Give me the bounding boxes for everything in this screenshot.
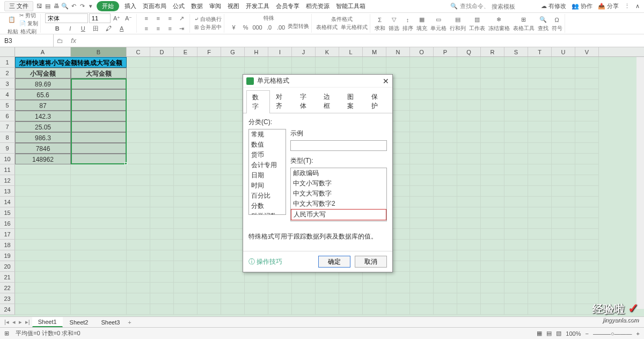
cell[interactable]	[197, 186, 221, 197]
zoom-out-icon[interactable]: −	[585, 330, 588, 337]
cell[interactable]	[174, 143, 197, 154]
cell[interactable]	[197, 57, 221, 68]
italic-icon[interactable]: I	[65, 24, 76, 33]
cell[interactable]	[504, 240, 528, 250]
row-header[interactable]: 13	[0, 186, 15, 197]
col-header[interactable]: P	[434, 47, 457, 56]
cell[interactable]	[339, 283, 363, 293]
cell[interactable]	[197, 197, 221, 207]
cell[interactable]	[221, 261, 245, 272]
cell[interactable]	[386, 283, 410, 293]
cell[interactable]	[174, 121, 197, 132]
cell[interactable]	[127, 272, 150, 283]
title-cell[interactable]: 怎样快速将小写金额转换成大写金额	[15, 57, 127, 68]
cell[interactable]	[150, 261, 174, 272]
cell[interactable]	[150, 272, 174, 283]
cell[interactable]	[197, 304, 221, 315]
tab-pattern[interactable]: 图案	[341, 90, 365, 113]
cell[interactable]	[15, 207, 71, 218]
cell[interactable]	[457, 175, 481, 186]
cell[interactable]	[434, 261, 457, 272]
cell[interactable]	[434, 272, 457, 283]
save-icon[interactable]: 🖫	[35, 3, 43, 10]
cell[interactable]	[457, 164, 481, 175]
cell[interactable]	[457, 154, 481, 164]
cell[interactable]	[481, 100, 504, 111]
cell[interactable]	[457, 100, 481, 111]
cell[interactable]	[410, 218, 434, 229]
align-mid-icon[interactable]: ≡	[153, 13, 164, 23]
cell[interactable]	[174, 57, 197, 68]
row-header[interactable]: 23	[0, 293, 15, 304]
cell[interactable]	[504, 186, 528, 197]
tab-dev[interactable]: 开发工具	[243, 2, 273, 10]
cell[interactable]	[552, 132, 575, 143]
cell[interactable]	[15, 293, 71, 304]
select-all-corner[interactable]	[0, 47, 15, 56]
cell[interactable]	[245, 304, 268, 315]
preview-icon[interactable]: 🔍	[61, 3, 69, 10]
cell[interactable]	[410, 78, 434, 89]
cell[interactable]	[552, 175, 575, 186]
cell[interactable]	[552, 186, 575, 197]
cell[interactable]	[197, 68, 221, 78]
col-header[interactable]: F	[197, 47, 221, 56]
cell[interactable]	[127, 186, 150, 197]
cell[interactable]	[410, 154, 434, 164]
cell[interactable]	[410, 186, 434, 197]
data-cell[interactable]	[71, 78, 127, 89]
cell[interactable]	[174, 175, 197, 186]
cell[interactable]	[410, 261, 434, 272]
cell[interactable]	[504, 78, 528, 89]
sheet-tab[interactable]: Sheet2	[64, 318, 94, 327]
cell[interactable]	[528, 207, 552, 218]
dec-dec-icon[interactable]: .00	[276, 23, 287, 32]
cell[interactable]	[457, 121, 481, 132]
cell[interactable]	[197, 283, 221, 293]
cell[interactable]	[71, 164, 127, 175]
worksheet-icon[interactable]: ▥	[472, 15, 482, 25]
cell[interactable]	[552, 304, 575, 315]
cell[interactable]	[575, 154, 599, 164]
cell[interactable]	[434, 111, 457, 121]
cell[interactable]	[197, 272, 221, 283]
type-item[interactable]: 中文小写数字	[291, 178, 386, 189]
category-item[interactable]: 会计专用	[249, 160, 286, 170]
cell[interactable]	[410, 272, 434, 283]
cell[interactable]	[71, 175, 127, 186]
cell[interactable]	[174, 197, 197, 207]
cell[interactable]	[504, 132, 528, 143]
fill-icon[interactable]: ▦	[416, 15, 427, 25]
cell[interactable]	[528, 261, 552, 272]
cell[interactable]	[457, 68, 481, 78]
cell[interactable]	[127, 154, 150, 164]
dropdown-icon[interactable]: ▾	[87, 3, 94, 10]
cell[interactable]	[174, 100, 197, 111]
cell[interactable]	[575, 57, 599, 68]
cell[interactable]	[245, 293, 268, 304]
cell[interactable]	[457, 111, 481, 121]
cell[interactable]	[528, 197, 552, 207]
cell[interactable]	[410, 197, 434, 207]
cancel-button[interactable]: 取消	[355, 256, 387, 268]
type-item[interactable]: 邮政编码	[291, 168, 386, 178]
rowcol-icon[interactable]: ▤	[452, 15, 463, 25]
cell[interactable]	[71, 229, 127, 240]
cell[interactable]	[386, 272, 410, 283]
cell[interactable]	[150, 304, 174, 315]
cell[interactable]	[268, 304, 292, 315]
cloud-modified[interactable]: ☁ 有修改	[541, 2, 566, 10]
col-header[interactable]: S	[504, 47, 528, 56]
cell[interactable]	[528, 154, 552, 164]
row-header[interactable]: 22	[0, 283, 15, 293]
cell[interactable]	[528, 100, 552, 111]
orient-icon[interactable]: ↗	[177, 13, 187, 23]
cell[interactable]	[127, 261, 150, 272]
tab-smarttools[interactable]: 智能工具箱	[333, 2, 369, 10]
type-item[interactable]: 人民币大写	[291, 209, 386, 220]
sheet-nav-last[interactable]: ▸|	[24, 319, 31, 326]
cell[interactable]	[316, 272, 339, 283]
cell[interactable]	[434, 283, 457, 293]
data-cell[interactable]: 87	[15, 100, 71, 111]
cell[interactable]	[197, 293, 221, 304]
